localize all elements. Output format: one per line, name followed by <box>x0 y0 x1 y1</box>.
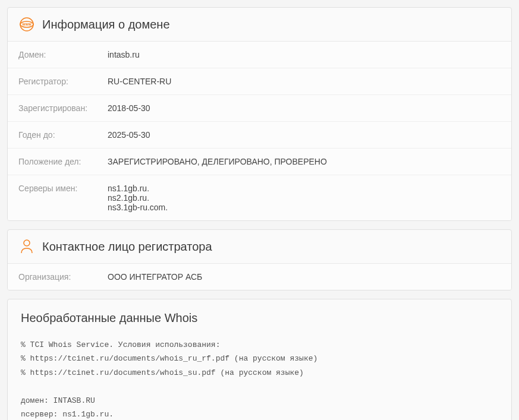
servers-value: ns1.1gb.ru. ns2.1gb.ru. ns3.1gb-ru.com. <box>108 184 168 212</box>
raw-whois-title: Необработанные данные Whois <box>21 311 498 325</box>
person-icon <box>18 238 35 255</box>
contact-title: Контактное лицо регистратора <box>42 240 212 254</box>
domain-info-panel: WWW Информация о домене Домен: intasb.ru… <box>7 7 512 221</box>
status-value: ЗАРЕГИСТРИРОВАНО, ДЕЛЕГИРОВАНО, ПРОВЕРЕН… <box>108 157 327 166</box>
raw-whois-text: % TCI Whois Service. Условия использован… <box>21 338 498 420</box>
valid-until-row: Годен до: 2025-05-30 <box>8 122 511 149</box>
org-row: Организация: ООО ИНТЕГРАТОР АСБ <box>8 264 511 290</box>
domain-value: intasb.ru <box>108 50 140 59</box>
org-value: ООО ИНТЕГРАТОР АСБ <box>108 272 202 282</box>
registered-value: 2018-05-30 <box>108 103 150 113</box>
registrar-value: RU-CENTER-RU <box>108 77 171 86</box>
svg-text:WWW: WWW <box>22 23 32 26</box>
domain-info-title: Информация о домене <box>42 18 170 31</box>
registrar-label: Регистратор: <box>18 77 108 86</box>
contact-header: Контактное лицо регистратора <box>8 230 511 264</box>
domain-label: Домен: <box>18 50 108 59</box>
contact-body: Организация: ООО ИНТЕГРАТОР АСБ <box>8 264 511 290</box>
raw-whois-panel: Необработанные данные Whois % TCI Whois … <box>7 299 512 420</box>
status-label: Положение дел: <box>18 157 108 166</box>
registrar-row: Регистратор: RU-CENTER-RU <box>8 68 511 95</box>
org-label: Организация: <box>18 272 108 282</box>
domain-info-body: Домен: intasb.ru Регистратор: RU-CENTER-… <box>8 42 511 220</box>
registered-row: Зарегистрирован: 2018-05-30 <box>8 95 511 122</box>
registered-label: Зарегистрирован: <box>18 103 108 113</box>
www-icon: WWW <box>18 16 35 33</box>
valid-until-value: 2025-05-30 <box>108 130 150 140</box>
servers-label: Серверы имен: <box>18 184 108 212</box>
valid-until-label: Годен до: <box>18 130 108 140</box>
status-row: Положение дел: ЗАРЕГИСТРИРОВАНО, ДЕЛЕГИР… <box>8 149 511 175</box>
domain-row: Домен: intasb.ru <box>8 42 511 68</box>
svg-point-3 <box>24 240 30 246</box>
contact-panel: Контактное лицо регистратора Организация… <box>7 229 512 290</box>
servers-row: Серверы имен: ns1.1gb.ru. ns2.1gb.ru. ns… <box>8 175 511 220</box>
domain-info-header: WWW Информация о домене <box>8 8 511 42</box>
